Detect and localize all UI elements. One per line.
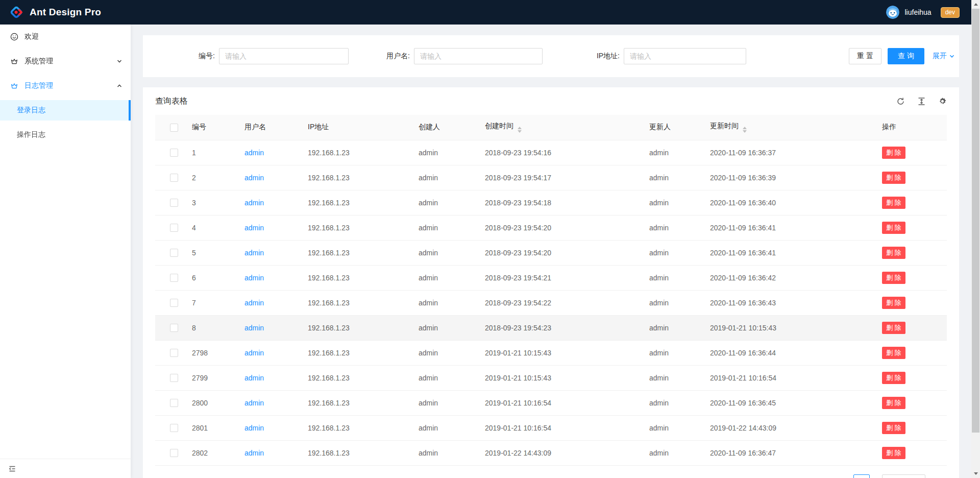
delete-button[interactable]: 删 除 — [882, 147, 905, 159]
column-header[interactable]: 更新时间 — [702, 115, 874, 140]
username-input[interactable] — [414, 48, 543, 64]
row-checkbox[interactable] — [170, 349, 178, 357]
row-checkbox[interactable] — [170, 249, 178, 257]
row-checkbox[interactable] — [170, 374, 178, 382]
row-checkbox[interactable] — [170, 449, 178, 457]
scrollbar-up-arrow[interactable] — [971, 0, 980, 9]
select-all-checkbox[interactable] — [170, 124, 178, 132]
row-checkbox[interactable] — [170, 399, 178, 407]
id-cell: 4 — [184, 215, 236, 240]
delete-button[interactable]: 删 除 — [882, 197, 905, 209]
username-link[interactable]: admin — [244, 149, 264, 157]
updater-cell: admin — [641, 290, 702, 315]
delete-button[interactable]: 删 除 — [882, 172, 905, 184]
delete-button[interactable]: 删 除 — [882, 297, 905, 309]
delete-button[interactable]: 删 除 — [882, 372, 905, 384]
row-checkbox[interactable] — [170, 299, 178, 307]
table-row: 6admin192.168.1.23admin2018-09-23 19:54:… — [155, 265, 947, 290]
row-select-cell — [155, 390, 184, 415]
column-header-label: 更新人 — [649, 123, 671, 131]
row-checkbox[interactable] — [170, 424, 178, 432]
user-name[interactable]: liufeihua — [904, 8, 931, 16]
ip-cell: 192.168.1.23 — [300, 265, 410, 290]
sidebar-item-operation-log[interactable]: 操作日志 — [0, 125, 131, 145]
row-select-cell — [155, 290, 184, 315]
username-link[interactable]: admin — [244, 224, 264, 232]
reload-icon[interactable] — [896, 97, 905, 106]
update-time-cell: 2020-11-09 16:36:41 — [702, 240, 874, 265]
delete-button[interactable]: 删 除 — [882, 322, 905, 334]
delete-button[interactable]: 删 除 — [882, 397, 905, 409]
username-link[interactable]: admin — [244, 449, 264, 457]
update-time-cell: 2020-11-09 16:36:37 — [702, 140, 874, 165]
create-time-cell: 2019-01-21 10:15:43 — [477, 365, 641, 390]
id-cell: 2798 — [184, 340, 236, 365]
sidebar-item-welcome[interactable]: 欢迎 — [0, 27, 131, 47]
table-card: 查询表格 — [143, 87, 959, 478]
reset-button[interactable]: 重 置 — [849, 48, 881, 64]
user-avatar[interactable] — [886, 6, 899, 19]
username-link[interactable]: admin — [244, 274, 264, 282]
search-field-id: 编号: — [155, 48, 349, 64]
row-select-cell — [155, 165, 184, 190]
window-scrollbar[interactable] — [971, 0, 980, 478]
username-link[interactable]: admin — [244, 349, 264, 357]
row-select-cell — [155, 140, 184, 165]
action-cell: 删 除 — [874, 365, 947, 390]
id-input[interactable] — [219, 48, 349, 64]
id-cell: 5 — [184, 240, 236, 265]
table-row: 3admin192.168.1.23admin2018-09-23 19:54:… — [155, 190, 947, 215]
delete-button[interactable]: 删 除 — [882, 422, 905, 434]
username-link[interactable]: admin — [244, 199, 264, 207]
pagination-active-page[interactable] — [853, 474, 870, 478]
ip-input[interactable] — [624, 48, 746, 64]
delete-button[interactable]: 删 除 — [882, 272, 905, 284]
sidebar-item-login-log[interactable]: 登录日志 — [0, 100, 131, 121]
settings-gear-icon[interactable] — [938, 97, 947, 106]
row-checkbox[interactable] — [170, 274, 178, 282]
sidebar-item-system-mgmt[interactable]: 系统管理 — [0, 51, 131, 71]
username-link[interactable]: admin — [244, 374, 264, 382]
action-cell: 删 除 — [874, 290, 947, 315]
updater-cell: admin — [641, 140, 702, 165]
sorter-icon[interactable] — [518, 127, 522, 133]
query-table: 编号用户名IP地址创建人创建时间更新人更新时间操作 1admin192.168.… — [155, 115, 947, 466]
column-height-icon[interactable] — [917, 97, 926, 106]
ip-field-label: IP地址: — [559, 52, 620, 61]
query-button[interactable]: 查 询 — [888, 48, 924, 64]
sorter-icon[interactable] — [743, 127, 747, 133]
row-checkbox[interactable] — [170, 174, 178, 182]
username-link[interactable]: admin — [244, 424, 264, 432]
username-link[interactable]: admin — [244, 174, 264, 182]
column-header[interactable]: 创建时间 — [477, 115, 641, 140]
row-checkbox[interactable] — [170, 149, 178, 157]
username-link[interactable]: admin — [244, 324, 264, 332]
logo-area[interactable]: Ant Design Pro — [8, 4, 101, 20]
row-checkbox[interactable] — [170, 224, 178, 232]
username-link[interactable]: admin — [244, 299, 264, 307]
username-link[interactable]: admin — [244, 399, 264, 407]
create-time-cell: 2018-09-23 19:54:17 — [477, 165, 641, 190]
delete-button[interactable]: 删 除 — [882, 347, 905, 359]
ip-cell: 192.168.1.23 — [300, 140, 410, 165]
delete-button[interactable]: 删 除 — [882, 222, 905, 234]
row-checkbox[interactable] — [170, 199, 178, 207]
expand-link[interactable]: 展开 — [933, 48, 955, 64]
ip-cell: 192.168.1.23 — [300, 240, 410, 265]
scrollbar-thumb[interactable] — [972, 9, 979, 433]
creator-cell: admin — [410, 340, 477, 365]
menu-fold-icon[interactable] — [8, 465, 16, 473]
creator-cell: admin — [410, 290, 477, 315]
update-time-cell: 2019-01-21 10:16:54 — [702, 365, 874, 390]
username-link[interactable]: admin — [244, 249, 264, 257]
delete-button[interactable]: 删 除 — [882, 247, 905, 259]
update-time-cell: 2020-11-09 16:36:43 — [702, 290, 874, 315]
delete-button[interactable]: 删 除 — [882, 447, 905, 459]
app-title: Ant Design Pro — [30, 7, 101, 18]
scrollbar-down-arrow[interactable] — [971, 469, 980, 478]
sidebar-item-log-mgmt[interactable]: 日志管理 — [0, 76, 131, 96]
action-cell: 删 除 — [874, 340, 947, 365]
page-size-select[interactable] — [882, 474, 925, 478]
row-checkbox[interactable] — [170, 324, 178, 332]
create-time-cell: 2018-09-23 19:54:20 — [477, 215, 641, 240]
